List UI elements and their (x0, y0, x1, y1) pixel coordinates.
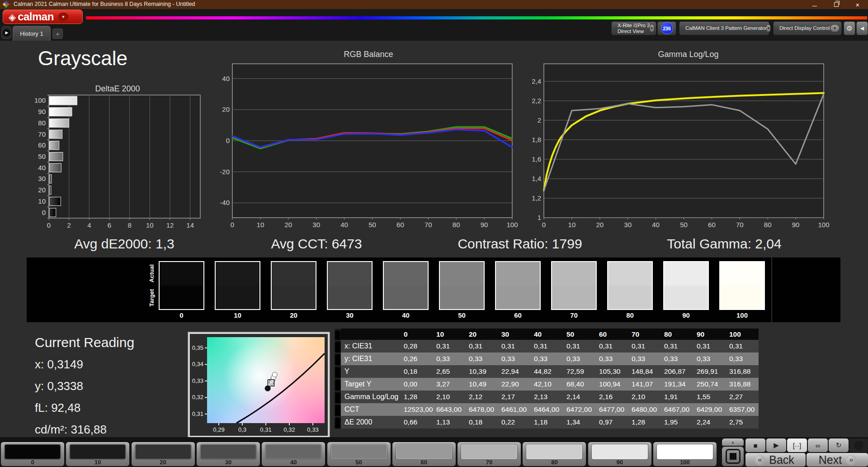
svg-text:20: 20 (284, 221, 292, 229)
table-cell: 42,10 (531, 378, 563, 391)
pattern-panel-expand-button[interactable]: ▲ (722, 438, 744, 446)
pattern-level-button-60[interactable]: 60 (392, 442, 456, 466)
add-tab-button[interactable]: + (52, 29, 63, 39)
table-cell: 2,24 (693, 416, 726, 429)
svg-text:50: 50 (680, 221, 688, 229)
pattern-level-button-20[interactable]: 20 (132, 442, 195, 466)
pattern-level-button-40[interactable]: 40 (262, 442, 325, 466)
pattern-level-button-100[interactable]: 100 (653, 442, 717, 466)
display-status-accent (775, 24, 777, 33)
pattern-level-button-0[interactable]: 0 (1, 442, 64, 466)
svg-text:12: 12 (166, 221, 174, 229)
actual-half (160, 262, 203, 286)
pattern-swatch (592, 444, 648, 459)
svg-text:0: 0 (231, 221, 234, 229)
close-button[interactable]: × (850, 0, 865, 9)
target-half (552, 286, 596, 309)
table-cell (335, 365, 341, 378)
back-button[interactable]: « Back (745, 453, 806, 467)
svg-text:0,29: 0,29 (213, 426, 224, 433)
pattern-level-button-80[interactable]: 80 (523, 442, 586, 466)
pattern-level-label: 100 (653, 459, 717, 466)
meter-count-button[interactable]: 236 (657, 21, 676, 35)
svg-text:50: 50 (38, 152, 46, 160)
actual-half (496, 262, 540, 286)
table-row[interactable]: CCT12523,006643,006478,006461,006464,006… (335, 403, 759, 416)
restore-button[interactable] (829, 0, 844, 9)
contrast-ratio-stat: Contrast Ratio: 1799 (439, 236, 601, 252)
table-cell: y: CIE31 (341, 353, 401, 365)
svg-text:60: 60 (396, 221, 404, 229)
grayscale-swatch-50 (439, 261, 485, 310)
pattern-level-button-70[interactable]: 70 (458, 442, 521, 466)
next-button[interactable]: Next » (807, 453, 868, 467)
table-cell: 6472,00 (563, 403, 596, 416)
actual-half (272, 262, 316, 286)
table-cell: 1,18 (531, 416, 563, 429)
display-control-dropdown[interactable]: Direct Display Control ▼ (773, 21, 842, 35)
settings-button[interactable]: ⚙ (844, 21, 855, 35)
table-cell: 0,31 (531, 340, 563, 353)
table-cell: 1,13 (433, 416, 466, 429)
table-cell: Target Y (341, 378, 401, 391)
table-cell: 105,30 (596, 365, 628, 378)
calman-menu-button[interactable]: ◈ calman ▼ (3, 10, 83, 24)
table-row[interactable]: Y0,182,6510,3922,9444,8272,59105,30148,8… (335, 365, 759, 378)
app-window: Calman 2021 Calman Ultimate for Business… (0, 0, 868, 467)
table-header-row: 0102030405060708090100 (335, 329, 759, 340)
table-cell (335, 378, 341, 391)
tab-scroll-button[interactable]: ▶ (1, 26, 11, 39)
table-cell: 0,31 (498, 340, 531, 353)
pattern-swatch (70, 444, 126, 459)
pattern-swatch (657, 444, 713, 459)
table-row[interactable]: Target Y0,003,2710,4922,9042,1068,40100,… (335, 378, 759, 391)
table-cell: 1,28 (401, 391, 433, 403)
pattern-level-button-90[interactable]: 90 (588, 442, 651, 466)
table-cell: 3,27 (433, 378, 466, 391)
minimize-icon (812, 5, 817, 6)
pattern-level-button-30[interactable]: 30 (197, 442, 260, 466)
table-cell: 316,88 (726, 378, 759, 391)
table-cell: 60 (596, 329, 628, 340)
table-cell: 206,87 (661, 365, 693, 378)
svg-text:0,35: 0,35 (192, 344, 203, 351)
table-cell: 0,31 (726, 340, 759, 353)
swatch-level-label: 60 (495, 311, 541, 319)
svg-text:10: 10 (568, 221, 576, 229)
refresh-button[interactable]: ↻ (829, 438, 849, 452)
record-circle-icon (853, 440, 864, 451)
tab-history-1[interactable]: History 1 (13, 26, 51, 41)
pattern-level-button-10[interactable]: 10 (66, 442, 129, 466)
pattern-window-button[interactable]: [··] (787, 438, 807, 452)
table-row[interactable]: x: CIE310,280,310,310,310,310,310,310,31… (335, 340, 759, 353)
table-cell: 2,13 (531, 391, 563, 403)
table-cell: 2,75 (726, 416, 759, 429)
table-row[interactable]: Gamma Log/Log1,282,102,122,172,132,142,1… (335, 391, 759, 403)
collapse-panel-button[interactable]: ◀ (856, 21, 868, 35)
pattern-window-button[interactable] (722, 447, 744, 466)
table-cell: 100 (726, 329, 759, 340)
meter-dropdown[interactable]: X-Rite i1Pro 2 Direct View ▼ (611, 21, 656, 35)
pattern-level-button-50[interactable]: 50 (327, 442, 391, 466)
deltae-chart-title: DeltaE 2000 (27, 84, 208, 94)
stop-button[interactable]: ■ (745, 438, 765, 452)
table-cell: 0 (401, 329, 433, 340)
window-frame-icon (726, 449, 741, 464)
target-half (272, 286, 316, 309)
target-half (440, 286, 484, 309)
continuous-button[interactable]: ∞ (808, 438, 828, 452)
pattern-source-dropdown[interactable]: CalMAN Client 3 Pattern Generator ▼ (679, 21, 769, 35)
rainbow-gradient-bar (86, 16, 867, 19)
table-cell: 6467,00 (661, 403, 693, 416)
minimize-button[interactable] (807, 0, 822, 9)
pattern-level-label: 20 (132, 459, 195, 466)
table-row[interactable]: ΔE 20000,661,130,180,221,181,340,971,281… (335, 416, 759, 429)
play-button[interactable]: ▶ (766, 438, 786, 452)
actual-half (384, 262, 428, 286)
table-cell: 2,16 (596, 391, 628, 403)
pattern-source-label: CalMAN Client 3 Pattern Generator (685, 25, 767, 31)
svg-text:0,31: 0,31 (260, 426, 271, 433)
calman-logo-icon: ◈ (9, 12, 16, 22)
table-row[interactable]: y: CIE310,260,330,330,330,330,330,330,33… (335, 353, 759, 365)
table-cell: 2,12 (466, 391, 498, 403)
